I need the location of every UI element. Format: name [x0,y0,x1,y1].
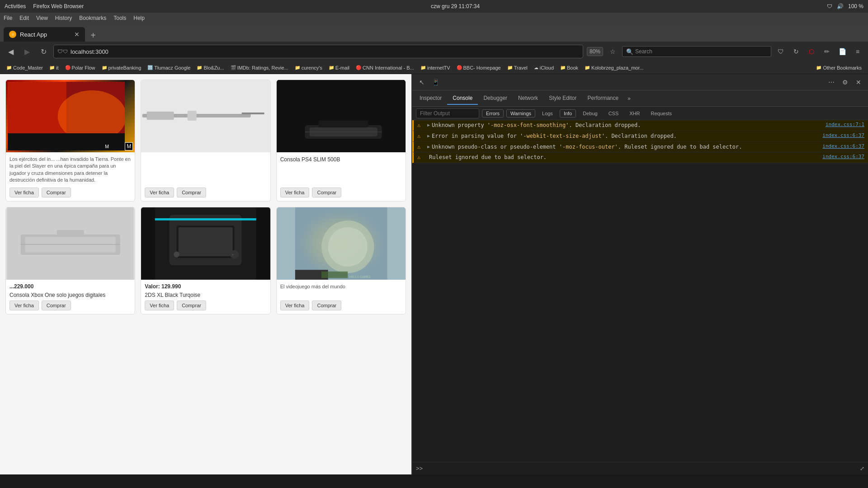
message-source-2[interactable]: index.css:6:37 [822,143,864,149]
comprar-button-xbox[interactable]: Comprar [42,300,71,310]
console-filter-input[interactable] [416,108,479,118]
bookmark-kolobrzeg[interactable]: 📁 Kolobrzeg_plaza_mor... [582,64,646,71]
comprar-button-2ds[interactable]: Comprar [177,300,206,310]
svg-text:HELLO GAMES: HELLO GAMES [349,275,371,278]
shield-button[interactable]: 🛡 [775,46,787,57]
menu-bookmarks[interactable]: Bookmarks [79,15,106,21]
svg-rect-6 [147,112,174,120]
sync-button[interactable]: ↻ [790,46,802,57]
bookmark-it[interactable]: 📁 it [47,64,61,71]
tab-network[interactable]: Network [513,92,543,105]
filter-logs-button[interactable]: Logs [538,109,557,117]
filter-errors-button[interactable]: Errors [482,109,504,117]
comprar-button-rifle[interactable]: Comprar [177,188,206,197]
pdf-button[interactable]: 📄 [836,46,848,57]
ver-ficha-button-ps4[interactable]: Ver ficha [280,188,310,197]
bookmark-bbc[interactable]: 🔴 BBC- Homepage [454,64,504,71]
filter-requests-button[interactable]: Requests [647,109,676,117]
devtools-cursor-button[interactable]: ↖ [416,76,428,88]
card-description-nms: El videojuego más del mundo [280,283,402,297]
svg-rect-13 [318,121,368,127]
console-input-field[interactable] [425,465,860,472]
ver-ficha-button-rifle[interactable]: Ver ficha [145,188,174,197]
tab-console[interactable]: Console [447,92,478,105]
card-image-2ds: + [141,207,270,280]
ver-ficha-button-2ds[interactable]: Ver ficha [145,300,174,310]
devtools-close-button[interactable]: ✕ [853,76,864,88]
filter-info-button[interactable]: Info [560,109,576,117]
bookmark-code-master[interactable]: 📁 Code_Master [4,64,46,71]
ver-ficha-button-nms[interactable]: Ver ficha [280,300,310,310]
back-button[interactable] [5,45,17,58]
addon-button-red[interactable]: ⬡ [806,46,817,57]
svg-point-30 [328,227,367,266]
bookmark-folder-icon: 📁 [49,65,55,70]
activities-label[interactable]: Activities [5,3,26,9]
bookmark-icloud[interactable]: ☁ iCloud [531,64,557,71]
reload-button[interactable] [37,45,50,58]
comprar-button-ps4[interactable]: Comprar [312,188,341,197]
card-image-ps4 [277,80,406,152]
card-buttons-doom: Ver ficha Comprar [9,188,131,197]
zoom-level[interactable]: 80% [587,47,603,56]
forward-button[interactable] [21,45,33,58]
tab-inspector[interactable]: Inspector [414,92,447,105]
browser-tab-react[interactable]: ⚛ React App [4,27,85,42]
bookmark-star-button[interactable]: ☆ [607,46,618,57]
new-tab-button[interactable]: + [87,29,99,42]
tab-close-button[interactable] [74,31,80,38]
filter-xhr-button[interactable]: XHR [625,109,644,117]
menu-help[interactable]: Help [133,15,145,21]
message-source-3[interactable]: index.css:6:37 [822,154,864,160]
filter-css-button[interactable]: CSS [604,109,623,117]
expand-icon-1[interactable]: ▶ [427,133,430,138]
menu-hamburger[interactable]: ≡ [852,46,863,57]
menu-tools[interactable]: Tools [113,15,126,21]
comprar-button-nms[interactable]: Comprar [312,300,341,310]
console-message-3: ⚠ Ruleset ignored due to bad selector. i… [412,152,868,163]
ver-ficha-button-doom[interactable]: Ver ficha [9,188,39,197]
card-body-doom: Los ejércitos del in... ...han invadido … [6,152,135,201]
search-bar-label[interactable]: Search [635,48,652,55]
svg-rect-18 [57,230,84,235]
bookmark-polar-flow[interactable]: 🔴 Polar Flow [62,64,98,71]
edit-button[interactable]: ✏ [821,46,833,57]
menu-file[interactable]: File [4,15,12,21]
bookmark-other[interactable]: 📁 Other Bookmarks [813,64,864,71]
bookmark-email[interactable]: 📁 E-mail [326,64,352,71]
console-message-2: ⚠ ▶ Unknown pseudo-class or pseudo-eleme… [412,142,868,153]
filter-warnings-button[interactable]: Warnings [506,109,535,117]
devtools-settings-button[interactable]: ⚙ [839,76,851,88]
bookmark-translate[interactable]: 🔠 Tłumacz Google [145,64,193,71]
bookmark-private-banking[interactable]: 📁 privateBanking [99,64,144,71]
tab-performance[interactable]: Performance [582,92,624,105]
bookmark-travel[interactable]: 📁 Travel [505,64,530,71]
bookmark-currency[interactable]: 📁 curency's [292,64,325,71]
ver-ficha-button-xbox[interactable]: Ver ficha [9,300,39,310]
bookmark-blozu[interactable]: 📁 Blo&Zu... [194,64,226,71]
svg-rect-23 [179,227,233,256]
expand-icon-0[interactable]: ▶ [427,122,430,127]
console-expand-button[interactable]: ⤢ [860,465,864,472]
filter-debug-button[interactable]: Debug [579,109,601,117]
card-body-rifle: Ver ficha Comprar [141,152,270,201]
message-source-0[interactable]: index.css:7:1 [826,122,864,127]
tab-debugger[interactable]: Debugger [478,92,513,105]
tab-more-button[interactable]: » [624,93,634,104]
expand-icon-2[interactable]: ▶ [427,144,430,149]
comprar-button-doom[interactable]: Comprar [42,188,71,197]
browser-name[interactable]: Firefox Web Browser [33,3,84,9]
tab-style-editor[interactable]: Style Editor [543,92,582,105]
devtools-responsive-button[interactable]: 📱 [429,76,441,88]
bookmark-imdb[interactable]: 🎬 IMDb: Ratings, Revie... [228,64,291,71]
menu-edit[interactable]: Edit [19,15,29,21]
bookmark-cnn[interactable]: 🔴 CNN International - B... [353,64,417,71]
menu-history[interactable]: History [55,15,72,21]
message-source-1[interactable]: index.css:6:37 [822,132,864,138]
bookmark-book[interactable]: 📁 Book [557,64,581,71]
devtools-more-button[interactable]: ⋯ [826,76,837,88]
datetime: czw gru 29 11:07:34 [431,3,480,9]
menu-view[interactable]: View [36,15,48,21]
bookmark-internettv[interactable]: 📁 internetTV [418,64,453,71]
url-bar[interactable]: 🛡 localhost:3000 [53,45,583,58]
